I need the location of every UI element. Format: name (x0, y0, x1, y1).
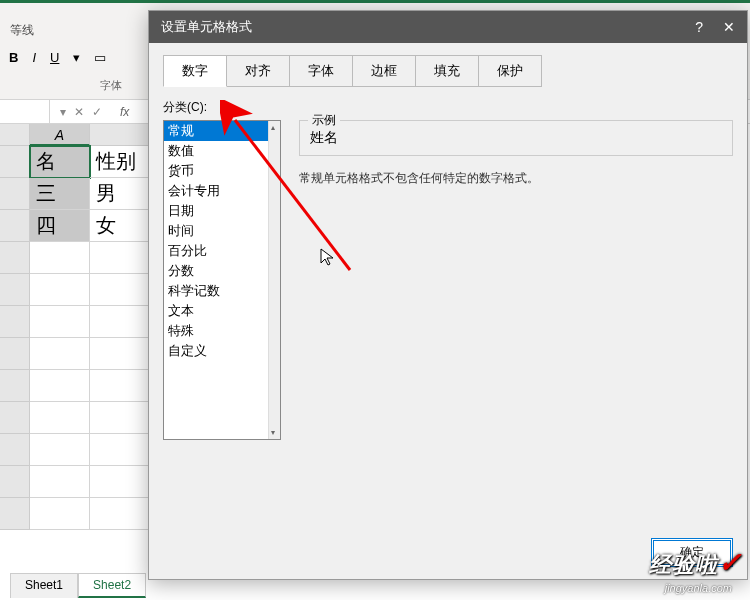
example-box: 示例 姓名 (299, 120, 733, 156)
category-item-custom[interactable]: 自定义 (164, 341, 270, 361)
cell[interactable] (30, 498, 90, 530)
underline-button[interactable]: U (46, 48, 63, 67)
font-name-display: 等线 (10, 22, 34, 39)
column-header-a[interactable]: A (30, 124, 90, 146)
dialog-tabs: 数字 对齐 字体 边框 填充 保护 (149, 43, 747, 87)
ribbon-group-label: 字体 (100, 78, 122, 93)
dialog-title-text: 设置单元格格式 (161, 18, 252, 36)
tab-alignment[interactable]: 对齐 (226, 55, 290, 87)
cell[interactable] (30, 242, 90, 274)
watermark-url: jingyanla.com (665, 582, 732, 594)
cell[interactable] (90, 370, 150, 402)
close-icon[interactable]: ✕ (723, 19, 735, 35)
cell[interactable] (30, 466, 90, 498)
category-item-time[interactable]: 时间 (164, 221, 270, 241)
category-item-fraction[interactable]: 分数 (164, 261, 270, 281)
cell[interactable] (90, 466, 150, 498)
format-description: 常规单元格格式不包含任何特定的数字格式。 (299, 170, 733, 187)
cell[interactable] (90, 274, 150, 306)
confirm-formula-icon[interactable]: ✓ (92, 105, 102, 119)
cell[interactable] (30, 370, 90, 402)
font-style-tools: B I U ▾ ▭ (5, 48, 110, 67)
fx-label[interactable]: fx (112, 105, 129, 119)
format-preview-panel: 示例 姓名 常规单元格格式不包含任何特定的数字格式。 (299, 120, 733, 440)
category-item-special[interactable]: 特殊 (164, 321, 270, 341)
category-item-scientific[interactable]: 科学记数 (164, 281, 270, 301)
row-header-2[interactable] (0, 178, 30, 210)
cell[interactable] (30, 306, 90, 338)
cell-b1[interactable]: 性别 (90, 146, 150, 178)
cell[interactable] (30, 434, 90, 466)
cell[interactable] (30, 274, 90, 306)
help-icon[interactable]: ? (695, 19, 703, 35)
category-item-number[interactable]: 数值 (164, 141, 270, 161)
cell[interactable] (30, 402, 90, 434)
cell-b3[interactable]: 女 (90, 210, 150, 242)
sheet-tab-2[interactable]: Sheet2 (78, 573, 146, 598)
row-header-3[interactable] (0, 210, 30, 242)
cell[interactable] (90, 434, 150, 466)
cell-a2[interactable]: 三 (30, 178, 90, 210)
select-all-corner[interactable] (0, 124, 30, 146)
cancel-formula-icon[interactable]: ✕ (74, 105, 84, 119)
row-header[interactable] (0, 434, 30, 466)
tab-fill[interactable]: 填充 (415, 55, 479, 87)
underline-dropdown-icon[interactable]: ▾ (69, 48, 84, 67)
row-header[interactable] (0, 274, 30, 306)
bold-button[interactable]: B (5, 48, 22, 67)
row-header[interactable] (0, 402, 30, 434)
cell-b2[interactable]: 男 (90, 178, 150, 210)
cell-a1[interactable]: 名 (30, 146, 90, 178)
watermark-logo: 经验啦✓ (649, 546, 742, 580)
listbox-scrollbar[interactable] (268, 121, 280, 439)
sheet-tab-1[interactable]: Sheet1 (10, 573, 78, 598)
border-button[interactable]: ▭ (90, 48, 110, 67)
example-value: 姓名 (310, 129, 722, 147)
row-header[interactable] (0, 242, 30, 274)
category-label: 分类(C): (163, 99, 733, 116)
column-header-b[interactable] (90, 124, 150, 146)
title-bar-strip (0, 0, 750, 3)
category-item-general[interactable]: 常规 (164, 121, 270, 141)
format-cells-dialog: 设置单元格格式 ? ✕ 数字 对齐 字体 边框 填充 保护 分类(C): 常规 … (148, 10, 748, 580)
cell[interactable] (90, 338, 150, 370)
row-header[interactable] (0, 498, 30, 530)
cell[interactable] (30, 338, 90, 370)
dialog-titlebar[interactable]: 设置单元格格式 ? ✕ (149, 11, 747, 43)
cell[interactable] (90, 242, 150, 274)
cell[interactable] (90, 306, 150, 338)
tab-number[interactable]: 数字 (163, 55, 227, 87)
row-header[interactable] (0, 370, 30, 402)
row-header[interactable] (0, 306, 30, 338)
tab-protection[interactable]: 保护 (478, 55, 542, 87)
italic-button[interactable]: I (28, 48, 40, 67)
cell[interactable] (90, 402, 150, 434)
row-header[interactable] (0, 466, 30, 498)
category-item-date[interactable]: 日期 (164, 201, 270, 221)
category-item-accounting[interactable]: 会计专用 (164, 181, 270, 201)
category-listbox[interactable]: 常规 数值 货币 会计专用 日期 时间 百分比 分数 科学记数 文本 特殊 自定… (163, 120, 281, 440)
category-item-percentage[interactable]: 百分比 (164, 241, 270, 261)
namebox-dropdown-icon[interactable]: ▾ (60, 105, 66, 119)
tab-font[interactable]: 字体 (289, 55, 353, 87)
example-label: 示例 (308, 112, 340, 129)
check-icon: ✓ (718, 547, 742, 578)
row-header-1[interactable] (0, 146, 30, 178)
category-item-text[interactable]: 文本 (164, 301, 270, 321)
row-header[interactable] (0, 338, 30, 370)
tab-border[interactable]: 边框 (352, 55, 416, 87)
sheet-tabs: Sheet1 Sheet2 (10, 573, 146, 598)
cell-a3[interactable]: 四 (30, 210, 90, 242)
category-item-currency[interactable]: 货币 (164, 161, 270, 181)
cell[interactable] (90, 498, 150, 530)
name-box[interactable] (0, 100, 50, 123)
